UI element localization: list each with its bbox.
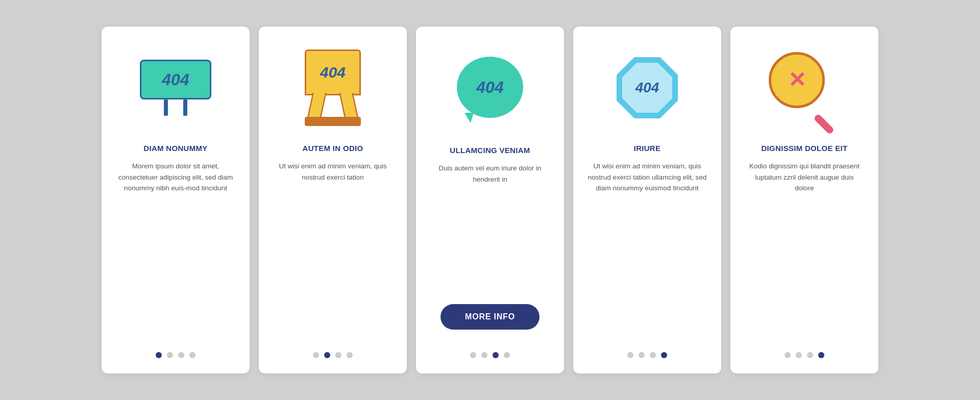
magnifier-icon: ✕ (769, 52, 840, 123)
floor-sign-404: 404 (320, 64, 346, 81)
dot-1 (785, 352, 791, 358)
dot-4 (504, 352, 510, 358)
dot-3 (650, 352, 656, 358)
octagon-icon-area: 404 (606, 47, 688, 129)
card-3-text: Duis autem vel eum iriure dolor in hendr… (430, 163, 550, 294)
dot-4 (347, 352, 353, 358)
dot-4 (189, 352, 195, 358)
dot-2 (796, 352, 802, 358)
speech-bubble-icon: 404 (454, 57, 526, 123)
dot-1 (627, 352, 633, 358)
card-1-dots (156, 352, 195, 358)
card-4-text: Ut wisi enim ad minim veniam, quis nostr… (587, 161, 707, 252)
card-3-dots (470, 352, 510, 358)
floor-sign-icon: 404 (305, 49, 361, 126)
card-iriure: 404 IRIURE Ut wisi enim ad minim veniam,… (573, 27, 721, 373)
card-ullamcing-veniam: 404 ULLAMCING VENIAM Duis autem vel eum … (416, 27, 564, 373)
card-5-text: Kodio dignissim qui blandit praesent lup… (745, 161, 864, 252)
card-3-title: ULLAMCING VENIAM (450, 146, 530, 155)
dot-3 (335, 352, 341, 358)
octagon-outer: 404 (617, 57, 678, 118)
dot-2 (639, 352, 645, 358)
card-5-title: DIGNISSIM DOLOE EIT (761, 144, 847, 153)
dot-2 (167, 352, 173, 358)
card-dignissim: ✕ DIGNISSIM DOLOE EIT Kodio dignissim qu… (730, 27, 878, 373)
octagon-icon: 404 (611, 52, 683, 123)
dot-1 (156, 352, 162, 358)
floor-sign-base (305, 117, 361, 126)
floor-sign-top: 404 (305, 49, 361, 95)
billboard-icon: 404 (140, 60, 211, 116)
billboard-legs (164, 99, 187, 116)
dot-2 (481, 352, 487, 358)
bubble-404: 404 (476, 78, 503, 97)
bubble-body: 404 (457, 57, 523, 118)
cards-container: 404 DIAM NONUMMY Morem ipsum dolor sit a… (81, 6, 899, 394)
card-autem-in-odio: 404 AUTEM IN ODIO Ut wisi enim ad minim … (259, 27, 407, 373)
billboard-icon-area: 404 (135, 47, 216, 129)
dot-1 (313, 352, 319, 358)
card-4-title: IRIURE (634, 144, 661, 153)
card-2-text: Ut wisi enim ad minim veniam, quis nostr… (273, 161, 393, 252)
billboard-leg-right (183, 99, 187, 116)
dot-3 (178, 352, 184, 358)
magnifier-icon-area: ✕ (764, 47, 845, 129)
billboard-leg-left (164, 99, 168, 116)
dot-1 (470, 352, 476, 358)
mag-x-icon: ✕ (788, 69, 806, 91)
card-1-text: Morem ipsum dolor sit amet, consectetuer… (116, 161, 235, 252)
dot-4 (818, 352, 824, 358)
billboard-sign: 404 (140, 60, 211, 99)
mag-circle: ✕ (769, 52, 825, 108)
card-4-dots (627, 352, 667, 358)
speech-bubble-icon-area: 404 (449, 49, 531, 131)
more-info-button[interactable]: MORE INFO (440, 304, 540, 330)
billboard-404: 404 (162, 70, 189, 89)
card-1-title: DIAM NONUMMY (143, 144, 207, 153)
card-5-dots (785, 352, 824, 358)
dot-3 (807, 352, 813, 358)
floor-sign-icon-area: 404 (292, 47, 374, 129)
dot-3 (493, 352, 499, 358)
octagon-inner: 404 (622, 63, 672, 113)
card-2-title: AUTEM IN ODIO (303, 144, 363, 153)
dot-2 (324, 352, 330, 358)
card-2-dots (313, 352, 353, 358)
card-diam-nonummy: 404 DIAM NONUMMY Morem ipsum dolor sit a… (102, 27, 250, 373)
bubble-tail (464, 113, 474, 123)
mag-handle (813, 113, 835, 135)
dot-4 (661, 352, 667, 358)
octagon-404: 404 (635, 80, 659, 96)
